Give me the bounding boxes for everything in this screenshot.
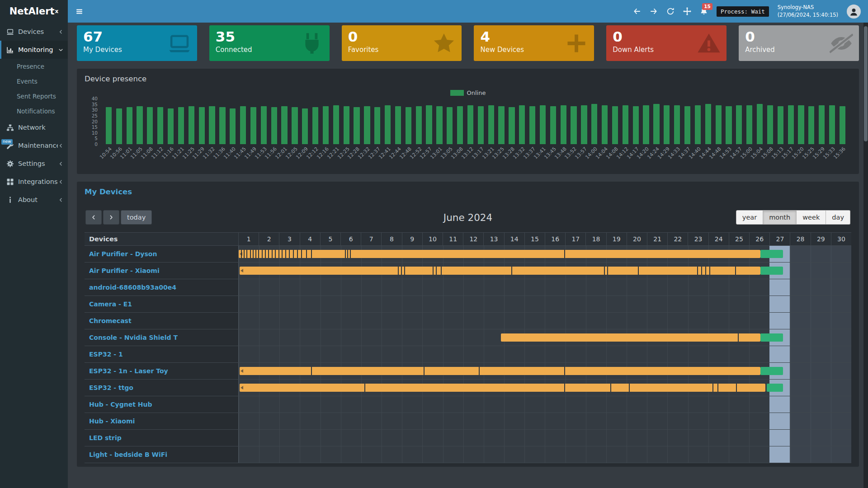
user-avatar[interactable] [847, 5, 861, 19]
sidebar-item-network[interactable]: Network [0, 118, 68, 136]
chart-bar-slot: 15:08 [765, 101, 775, 144]
device-name-cell: android-68608b93a00e4 [85, 279, 238, 296]
stat-card-new-devices[interactable]: 4New Devices [474, 25, 594, 61]
day-header-24: 24 [708, 233, 729, 245]
y-tick-label: 0 [94, 141, 98, 147]
future-days-shade [790, 329, 852, 346]
sidebar-item-settings[interactable]: Settings [0, 155, 68, 173]
refresh-icon[interactable] [666, 7, 675, 15]
device-link-air-purifier-dyson[interactable]: Air Purifier - Dyson [89, 250, 157, 258]
presence-bar-past[interactable] [240, 384, 765, 392]
device-name-cell: Chromecast [85, 313, 238, 329]
chart-bar [436, 106, 442, 144]
sidebar-nav: DevicesMonitoringPresenceEventsSent Repo… [0, 23, 68, 209]
stat-card-connected[interactable]: 35Connected [209, 25, 330, 61]
chart-bar [509, 107, 514, 144]
chart-bar [716, 105, 722, 144]
device-link-air-purifier-xiaomi[interactable]: Air Purifier - Xiaomi [89, 267, 160, 274]
view-day-button[interactable]: day [826, 210, 850, 225]
app-logo[interactable]: NetAlertx [0, 0, 68, 23]
device-link-console-nvidia-shield-t[interactable]: Console - Nvidia Shield T [89, 334, 178, 341]
chart-bar [840, 106, 845, 144]
presence-bar-past[interactable] [501, 333, 760, 342]
device-link-light-bedside-b-wifi[interactable]: Light - bedside B WiFi [89, 451, 167, 458]
sidebar-subitem-notifications[interactable]: Notifications [0, 103, 68, 118]
view-month-button[interactable]: month [763, 210, 797, 225]
device-row: Console - Nvidia Shield T [85, 329, 851, 346]
chart-bar-slot: 12:21 [331, 101, 341, 144]
calendar-prev-button[interactable] [85, 210, 102, 225]
sidebar-item-label: Devices [18, 28, 58, 35]
calendar-next-button[interactable] [103, 210, 119, 225]
presence-bar-past[interactable] [239, 250, 760, 258]
chart-bar [819, 105, 825, 144]
device-link-esp32-ttgo[interactable]: ESP32 - ttgo [89, 384, 133, 391]
chart-bar-slot: 14:20 [641, 101, 651, 144]
chart-bar [684, 106, 690, 144]
presence-bar-current[interactable] [760, 367, 783, 375]
chart-bar-slot: 15:36 [837, 101, 848, 144]
presence-bar-current[interactable] [767, 384, 783, 392]
future-days-shade [790, 363, 852, 379]
view-year-button[interactable]: year [736, 210, 763, 225]
chart-bar-slot: 14:37 [682, 101, 693, 144]
sidebar-subitem-sent-reports[interactable]: Sent Reports [0, 89, 68, 103]
y-tick-label: 5 [94, 136, 98, 141]
stat-card-favorites[interactable]: 0Favorites [342, 25, 462, 61]
chart-bar-slot: 14:17 [631, 101, 641, 144]
presence-bar-current[interactable] [760, 267, 783, 275]
presence-bar-current[interactable] [760, 333, 783, 342]
sidebar-item-about[interactable]: About [0, 191, 68, 209]
stat-card-archived[interactable]: 0Archived [739, 25, 859, 61]
future-days-shade [790, 263, 852, 279]
presence-bar-current[interactable] [760, 250, 783, 258]
calendar-today-button[interactable]: today [121, 210, 152, 225]
move-icon[interactable] [683, 7, 691, 15]
device-row: ESP32 - 1n - Laser Toy [85, 363, 851, 380]
my-devices-panel: My Devices today June 2024 yearmonthweek… [77, 182, 859, 467]
nav-forward-icon[interactable] [650, 7, 658, 15]
chart-bar [478, 106, 484, 144]
device-link-led-strip[interactable]: LED strip [89, 434, 122, 441]
device-link-hub-cygnet-hub[interactable]: Hub - Cygnet Hub [89, 401, 152, 408]
presence-bar-past[interactable] [240, 367, 760, 375]
sidebar-item-integrations[interactable]: Integrations [0, 173, 68, 191]
device-link-hub-xiaomi[interactable]: Hub - Xiaomi [89, 418, 135, 425]
presence-bar-past[interactable] [240, 267, 760, 275]
sidebar-toggle-button[interactable] [71, 0, 88, 23]
chart-bar [519, 105, 525, 144]
sidebar-item-devices[interactable]: Devices [0, 23, 68, 41]
chart-bar-slot: 12:12 [310, 101, 321, 144]
chart-bar [447, 107, 453, 144]
view-week-button[interactable]: week [797, 210, 826, 225]
device-name-cell: Hub - Xiaomi [85, 413, 238, 429]
device-link-chromecast[interactable]: Chromecast [89, 317, 132, 324]
device-link-esp32-1[interactable]: ESP32 - 1 [89, 351, 123, 358]
notifications-bell[interactable]: 15 [700, 7, 708, 15]
today-column-highlight [769, 279, 790, 296]
stat-card-down-alerts[interactable]: 0Down Alerts [606, 25, 726, 61]
device-timeline [238, 329, 851, 346]
device-link-android-68608b93a00e4[interactable]: android-68608b93a00e4 [89, 284, 176, 291]
sidebar-subitem-events[interactable]: Events [0, 74, 68, 89]
calendar-title: June 2024 [443, 212, 492, 223]
top-navbar: 15 Process: Wait Synology-NAS (27/06/202… [68, 0, 868, 23]
page-scrollbar[interactable] [863, 23, 868, 488]
chart-bar-slot: 11:08 [145, 101, 155, 144]
nav-back-icon[interactable] [633, 7, 641, 15]
sidebar-item-monitoring[interactable]: Monitoring [0, 41, 68, 59]
chart-bar-slot: 11:45 [238, 101, 248, 144]
chart-bar [529, 106, 535, 144]
device-link-camera-e1[interactable]: Camera - E1 [89, 300, 132, 308]
chart-bar-slot: 13:08 [455, 101, 465, 144]
future-days-shade [790, 346, 852, 362]
sidebar-item-maintenance[interactable]: Maintenancenew [0, 136, 68, 155]
sidebar-subitem-presence[interactable]: Presence [0, 59, 68, 74]
device-timeline [238, 246, 851, 262]
stat-card-my-devices[interactable]: 67My Devices [77, 25, 197, 61]
day-header-27: 27 [769, 233, 790, 245]
sidebar-item-label: Settings [18, 160, 58, 167]
scrollbar-thumb[interactable] [864, 26, 868, 141]
device-name-cell: Air Purifier - Dyson [85, 246, 238, 262]
device-link-esp32-1n-laser-toy[interactable]: ESP32 - 1n - Laser Toy [89, 367, 168, 375]
